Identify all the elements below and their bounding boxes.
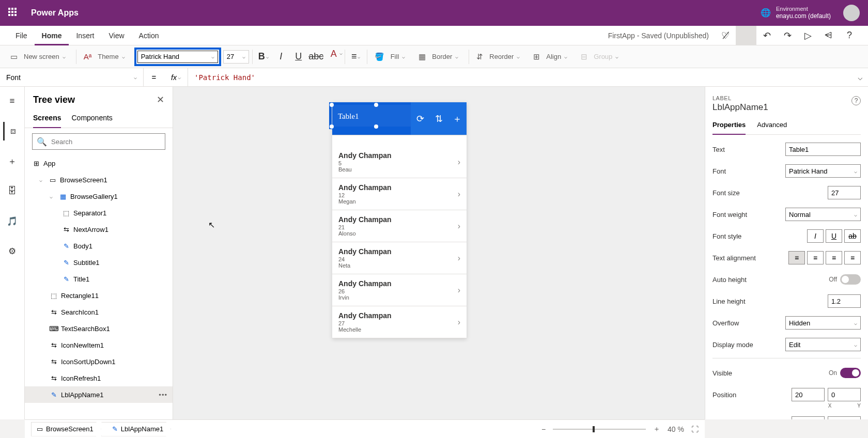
tree-item[interactable]: ⇆IconNewItem1 — [25, 337, 173, 353]
tree-item[interactable]: ⇆SearchIcon1 — [25, 304, 173, 320]
more-icon[interactable]: ••• — [159, 391, 167, 399]
breadcrumb-screen[interactable]: ▭BrowseScreen1 — [31, 422, 101, 436]
tree-item-selected[interactable]: ✎LblAppName1••• — [25, 386, 173, 403]
prop-width-input[interactable] — [792, 416, 825, 419]
search-box-preview[interactable] — [332, 135, 467, 146]
app-launcher-icon[interactable] — [8, 8, 19, 18]
help-icon[interactable]: ? — [851, 96, 861, 105]
share-icon[interactable]: ⩤ — [818, 26, 839, 45]
fill-button[interactable]: Fill⌵ — [388, 51, 409, 62]
tree-item[interactable]: ✎Title1 — [25, 271, 173, 287]
chevron-right-icon[interactable]: › — [458, 190, 460, 199]
add-icon[interactable]: ＋ — [448, 102, 467, 135]
sort-icon[interactable]: ⇅ — [429, 102, 448, 135]
chevron-right-icon[interactable]: › — [458, 318, 460, 327]
align-justify-btn[interactable]: ≡ — [844, 251, 861, 264]
fx-icon[interactable]: fx⌵ — [164, 68, 188, 87]
close-icon[interactable]: ✕ — [157, 94, 164, 105]
chevron-right-icon[interactable]: › — [458, 286, 460, 295]
tree-item[interactable]: ✎Subtitle1 — [25, 254, 173, 271]
user-avatar[interactable] — [843, 5, 860, 21]
app-checker-icon[interactable]: ♡̸ — [715, 26, 736, 45]
menu-insert[interactable]: Insert — [69, 26, 101, 45]
breadcrumb-control[interactable]: ✎LblAppName1 — [101, 422, 171, 436]
tree-item[interactable]: ⌵▭BrowseScreen1 — [25, 171, 173, 188]
undo-icon[interactable]: ↶ — [756, 26, 777, 45]
bold-button[interactable]: B⌵ — [256, 50, 271, 64]
formula-input[interactable]: 'Patrick Hand' — [188, 73, 853, 82]
align-center-btn[interactable]: ≡ — [807, 251, 824, 264]
tab-components[interactable]: Components — [71, 111, 112, 128]
gallery-item[interactable]: Andy Champan 24 Neta › — [332, 242, 467, 274]
prop-x-input[interactable] — [792, 388, 825, 401]
font-size-select[interactable]: 27⌵ — [223, 50, 249, 64]
zoom-out-icon[interactable]: − — [541, 425, 546, 433]
chevron-right-icon[interactable]: › — [458, 222, 460, 231]
autoheight-toggle[interactable] — [840, 274, 861, 285]
zoom-slider[interactable] — [553, 429, 646, 430]
tree-item[interactable]: ⇆NextArrow1 — [25, 221, 173, 238]
align-left-btn[interactable]: ≡ — [788, 251, 805, 264]
search-input[interactable] — [51, 138, 161, 146]
prop-y-input[interactable] — [828, 388, 861, 401]
gallery-item[interactable]: Andy Champan 12 Megan › — [332, 178, 467, 210]
resize-handle[interactable] — [330, 124, 334, 129]
tree-item[interactable]: ⇆IconRefresh1 — [25, 370, 173, 386]
prop-displaymode-select[interactable]: Edit⌵ — [785, 338, 861, 351]
chevron-down-icon[interactable]: ⌵ — [50, 194, 56, 199]
new-screen-button[interactable]: New screen⌵ — [21, 51, 69, 62]
tree-item[interactable]: ⇆IconSortUpDown1 — [25, 353, 173, 370]
prop-height-input[interactable] — [828, 416, 861, 419]
tree-search[interactable]: 🔍 — [32, 133, 165, 150]
visible-toggle[interactable] — [840, 368, 861, 378]
italic-button[interactable]: I — [273, 50, 289, 64]
tab-advanced[interactable]: Advanced — [757, 121, 787, 134]
hamburger-icon[interactable]: ≡ — [3, 92, 22, 111]
tree-app[interactable]: ⊞App — [25, 155, 173, 171]
fit-icon[interactable]: ⛶ — [691, 425, 699, 433]
advanced-tools-icon[interactable]: ⚙ — [3, 242, 22, 260]
canvas[interactable]: ↖ Table1 ⟳ ⇅ ＋ — [173, 87, 705, 419]
tab-properties[interactable]: Properties — [712, 121, 746, 135]
resize-handle[interactable] — [374, 103, 378, 107]
theme-button[interactable]: Theme⌵ — [95, 51, 128, 62]
prop-fontsize-input[interactable] — [828, 186, 861, 199]
tree-item[interactable]: ⬚Rectangle11 — [25, 287, 173, 304]
property-dropdown[interactable]: Font⌵ — [0, 68, 144, 87]
gallery-item[interactable]: Andy Champan 27 Mechelle › — [332, 306, 467, 338]
reorder-button[interactable]: Reorder⌵ — [486, 51, 523, 62]
gallery-item[interactable]: Andy Champan 21 Alonso › — [332, 210, 467, 242]
insert-icon[interactable]: ＋ — [3, 152, 22, 170]
chevron-down-icon[interactable]: ⌵ — [39, 177, 45, 183]
environment-selector[interactable]: 🌐 Environment enayu.com (default) — [761, 6, 831, 20]
menu-home[interactable]: Home — [35, 26, 69, 45]
font-color-button[interactable]: A⌵ — [326, 50, 342, 64]
help-icon[interactable]: ? — [839, 26, 860, 45]
align-text-button[interactable]: ≡⌵ — [348, 50, 364, 64]
underline-btn[interactable]: U — [826, 229, 842, 243]
resize-handle[interactable] — [374, 124, 378, 129]
selection-box[interactable]: Table1 — [329, 102, 423, 129]
prop-text-input[interactable] — [785, 143, 861, 156]
tree-item[interactable]: ✎Body1 — [25, 238, 173, 254]
chevron-right-icon[interactable]: › — [458, 254, 460, 263]
align-right-btn[interactable]: ≡ — [826, 251, 842, 264]
resize-handle[interactable] — [330, 103, 334, 107]
refresh-icon[interactable]: ⟳ — [411, 102, 429, 135]
align-button[interactable]: Align⌵ — [543, 51, 570, 62]
tree-item[interactable]: ⌵▦BrowseGallery1 — [25, 188, 173, 205]
strike-btn[interactable]: ab — [844, 229, 861, 243]
data-icon[interactable]: 🗄 — [3, 182, 22, 200]
italic-btn[interactable]: I — [807, 229, 824, 243]
formula-expand-icon[interactable]: ⌵ — [853, 72, 868, 82]
tab-screens[interactable]: Screens — [33, 111, 61, 128]
prop-overflow-select[interactable]: Hidden⌵ — [785, 316, 861, 330]
font-select[interactable]: Patrick Hand⌵ — [137, 51, 218, 63]
prop-lineheight-input[interactable] — [828, 294, 861, 308]
gallery-item[interactable]: Andy Champan 26 Irvin › — [332, 274, 467, 306]
gallery-item[interactable]: Andy Champan 5 Beau › — [332, 146, 467, 178]
redo-icon[interactable]: ↷ — [777, 26, 798, 45]
tree-item[interactable]: ⬚Separator1 — [25, 205, 173, 221]
border-button[interactable]: Border⌵ — [429, 51, 461, 62]
underline-button[interactable]: U — [291, 50, 306, 64]
